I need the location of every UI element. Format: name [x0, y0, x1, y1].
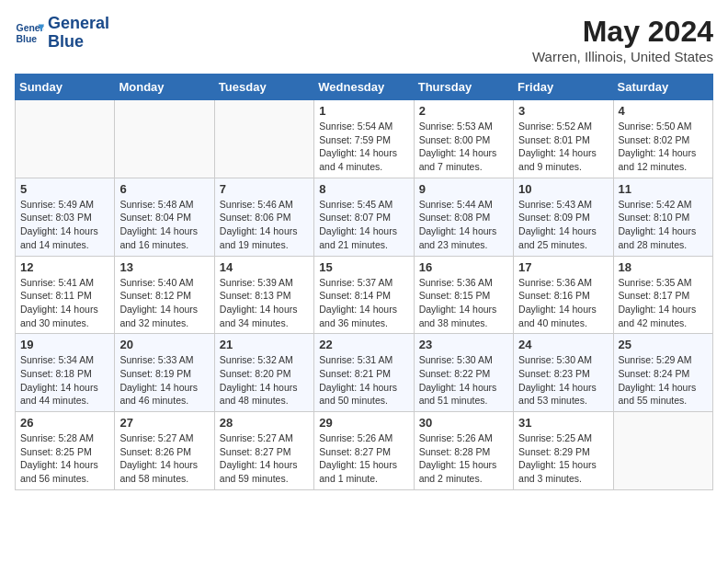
- calendar-cell: 20Sunrise: 5:33 AM Sunset: 8:19 PM Dayli…: [115, 334, 214, 412]
- calendar-cell: 5Sunrise: 5:49 AM Sunset: 8:03 PM Daylig…: [16, 178, 115, 256]
- col-header-wednesday: Wednesday: [314, 75, 414, 100]
- calendar-cell: 3Sunrise: 5:52 AM Sunset: 8:01 PM Daylig…: [514, 100, 613, 178]
- day-number: 2: [419, 104, 508, 118]
- col-header-thursday: Thursday: [414, 75, 513, 100]
- day-info: Sunrise: 5:48 AM Sunset: 8:04 PM Dayligh…: [119, 198, 209, 252]
- day-number: 13: [119, 260, 209, 274]
- calendar-cell: 27Sunrise: 5:27 AM Sunset: 8:26 PM Dayli…: [115, 412, 214, 490]
- day-number: 12: [20, 260, 109, 274]
- day-info: Sunrise: 5:26 AM Sunset: 8:27 PM Dayligh…: [319, 431, 408, 486]
- day-number: 15: [319, 260, 408, 274]
- day-info: Sunrise: 5:43 AM Sunset: 8:09 PM Dayligh…: [518, 198, 608, 252]
- day-number: 29: [319, 416, 408, 430]
- calendar-cell: 16Sunrise: 5:36 AM Sunset: 8:15 PM Dayli…: [414, 256, 513, 334]
- day-number: 1: [319, 104, 408, 118]
- calendar-cell: 8Sunrise: 5:45 AM Sunset: 8:07 PM Daylig…: [314, 178, 414, 256]
- day-number: 11: [619, 182, 708, 196]
- calendar-cell: 1Sunrise: 5:54 AM Sunset: 7:59 PM Daylig…: [314, 100, 414, 178]
- calendar-week-row: 19Sunrise: 5:34 AM Sunset: 8:18 PM Dayli…: [16, 334, 713, 412]
- logo: General Blue General Blue: [15, 15, 109, 52]
- day-info: Sunrise: 5:36 AM Sunset: 8:15 PM Dayligh…: [419, 276, 508, 330]
- day-info: Sunrise: 5:39 AM Sunset: 8:13 PM Dayligh…: [220, 276, 309, 330]
- day-info: Sunrise: 5:41 AM Sunset: 8:11 PM Dayligh…: [20, 276, 109, 330]
- day-info: Sunrise: 5:50 AM Sunset: 8:02 PM Dayligh…: [619, 120, 708, 174]
- day-number: 17: [518, 260, 608, 274]
- svg-text:Blue: Blue: [17, 33, 38, 43]
- logo-icon: General Blue: [15, 18, 44, 48]
- calendar-week-row: 5Sunrise: 5:49 AM Sunset: 8:03 PM Daylig…: [16, 178, 713, 256]
- calendar-cell: 23Sunrise: 5:30 AM Sunset: 8:22 PM Dayli…: [414, 334, 513, 412]
- day-number: 10: [518, 182, 608, 196]
- calendar-cell: 31Sunrise: 5:25 AM Sunset: 8:29 PM Dayli…: [514, 412, 613, 490]
- day-number: 5: [20, 182, 109, 196]
- day-info: Sunrise: 5:32 AM Sunset: 8:20 PM Dayligh…: [220, 353, 309, 408]
- day-number: 21: [220, 338, 309, 351]
- calendar-cell: 22Sunrise: 5:31 AM Sunset: 8:21 PM Dayli…: [314, 334, 414, 412]
- day-info: Sunrise: 5:54 AM Sunset: 7:59 PM Dayligh…: [319, 120, 408, 174]
- col-header-monday: Monday: [115, 75, 214, 100]
- day-number: 6: [119, 182, 209, 196]
- calendar-table: SundayMondayTuesdayWednesdayThursdayFrid…: [15, 74, 713, 490]
- calendar-week-row: 26Sunrise: 5:28 AM Sunset: 8:25 PM Dayli…: [16, 412, 713, 490]
- month-title: May 2024: [532, 15, 713, 49]
- day-info: Sunrise: 5:35 AM Sunset: 8:17 PM Dayligh…: [619, 276, 708, 330]
- day-info: Sunrise: 5:45 AM Sunset: 8:07 PM Dayligh…: [319, 198, 408, 252]
- calendar-cell: 25Sunrise: 5:29 AM Sunset: 8:24 PM Dayli…: [613, 334, 712, 412]
- calendar-cell: [613, 412, 712, 490]
- day-number: 30: [419, 416, 508, 430]
- calendar-cell: 24Sunrise: 5:30 AM Sunset: 8:23 PM Dayli…: [514, 334, 613, 412]
- day-number: 4: [619, 104, 708, 118]
- day-number: 22: [319, 338, 408, 351]
- day-info: Sunrise: 5:30 AM Sunset: 8:22 PM Dayligh…: [419, 353, 508, 408]
- calendar-cell: 18Sunrise: 5:35 AM Sunset: 8:17 PM Dayli…: [613, 256, 712, 334]
- day-number: 7: [220, 182, 309, 196]
- calendar-cell: [214, 100, 313, 178]
- calendar-cell: 4Sunrise: 5:50 AM Sunset: 8:02 PM Daylig…: [613, 100, 712, 178]
- calendar-cell: 17Sunrise: 5:36 AM Sunset: 8:16 PM Dayli…: [514, 256, 613, 334]
- day-number: 25: [619, 338, 708, 351]
- day-info: Sunrise: 5:26 AM Sunset: 8:28 PM Dayligh…: [419, 431, 508, 486]
- calendar-cell: 28Sunrise: 5:27 AM Sunset: 8:27 PM Dayli…: [214, 412, 313, 490]
- calendar-cell: 2Sunrise: 5:53 AM Sunset: 8:00 PM Daylig…: [414, 100, 513, 178]
- calendar-cell: 12Sunrise: 5:41 AM Sunset: 8:11 PM Dayli…: [16, 256, 115, 334]
- day-number: 27: [119, 416, 209, 430]
- calendar-cell: [16, 100, 115, 178]
- day-info: Sunrise: 5:44 AM Sunset: 8:08 PM Dayligh…: [419, 198, 508, 252]
- col-header-sunday: Sunday: [16, 75, 115, 100]
- calendar-cell: 6Sunrise: 5:48 AM Sunset: 8:04 PM Daylig…: [115, 178, 214, 256]
- calendar-cell: 11Sunrise: 5:42 AM Sunset: 8:10 PM Dayli…: [613, 178, 712, 256]
- day-info: Sunrise: 5:52 AM Sunset: 8:01 PM Dayligh…: [518, 120, 608, 174]
- day-number: 23: [419, 338, 508, 351]
- calendar-cell: 10Sunrise: 5:43 AM Sunset: 8:09 PM Dayli…: [514, 178, 613, 256]
- day-info: Sunrise: 5:25 AM Sunset: 8:29 PM Dayligh…: [518, 431, 608, 486]
- calendar-header-row: SundayMondayTuesdayWednesdayThursdayFrid…: [16, 75, 713, 100]
- day-info: Sunrise: 5:33 AM Sunset: 8:19 PM Dayligh…: [119, 353, 209, 408]
- calendar-cell: 7Sunrise: 5:46 AM Sunset: 8:06 PM Daylig…: [214, 178, 313, 256]
- calendar-cell: 30Sunrise: 5:26 AM Sunset: 8:28 PM Dayli…: [414, 412, 513, 490]
- day-info: Sunrise: 5:46 AM Sunset: 8:06 PM Dayligh…: [220, 198, 309, 252]
- day-info: Sunrise: 5:49 AM Sunset: 8:03 PM Dayligh…: [20, 198, 109, 252]
- location-title: Warren, Illinois, United States: [532, 49, 713, 64]
- day-info: Sunrise: 5:27 AM Sunset: 8:27 PM Dayligh…: [220, 431, 309, 486]
- day-number: 26: [20, 416, 109, 430]
- day-info: Sunrise: 5:53 AM Sunset: 8:00 PM Dayligh…: [419, 120, 508, 174]
- col-header-tuesday: Tuesday: [214, 75, 313, 100]
- day-number: 16: [419, 260, 508, 274]
- day-number: 18: [619, 260, 708, 274]
- day-number: 14: [220, 260, 309, 274]
- day-number: 3: [518, 104, 608, 118]
- day-number: 8: [319, 182, 408, 196]
- day-number: 24: [518, 338, 608, 351]
- day-info: Sunrise: 5:30 AM Sunset: 8:23 PM Dayligh…: [518, 353, 608, 408]
- day-info: Sunrise: 5:29 AM Sunset: 8:24 PM Dayligh…: [619, 353, 708, 408]
- calendar-cell: [115, 100, 214, 178]
- calendar-cell: 19Sunrise: 5:34 AM Sunset: 8:18 PM Dayli…: [16, 334, 115, 412]
- calendar-cell: 26Sunrise: 5:28 AM Sunset: 8:25 PM Dayli…: [16, 412, 115, 490]
- day-number: 20: [119, 338, 209, 351]
- day-info: Sunrise: 5:31 AM Sunset: 8:21 PM Dayligh…: [319, 353, 408, 408]
- day-info: Sunrise: 5:34 AM Sunset: 8:18 PM Dayligh…: [20, 353, 109, 408]
- day-number: 31: [518, 416, 608, 430]
- calendar-cell: 29Sunrise: 5:26 AM Sunset: 8:27 PM Dayli…: [314, 412, 414, 490]
- calendar-cell: 13Sunrise: 5:40 AM Sunset: 8:12 PM Dayli…: [115, 256, 214, 334]
- calendar-week-row: 12Sunrise: 5:41 AM Sunset: 8:11 PM Dayli…: [16, 256, 713, 334]
